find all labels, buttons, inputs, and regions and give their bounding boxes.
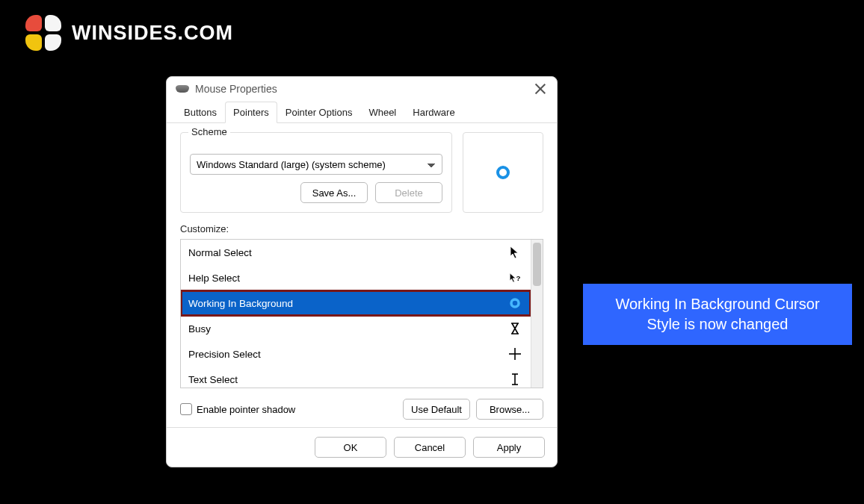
enable-shadow-checkbox[interactable]: Enable pointer shadow (180, 403, 295, 415)
cancel-button[interactable]: Cancel (394, 437, 466, 458)
svg-text:?: ? (516, 274, 521, 282)
cursor-preview (463, 132, 543, 213)
cursor-list-item[interactable]: Busy (181, 316, 531, 341)
dialog-footer: OK Cancel Apply (167, 427, 557, 467)
browse-button[interactable]: Browse... (476, 399, 543, 420)
scheme-legend: Scheme (188, 126, 230, 137)
ring-cursor-icon (496, 166, 510, 179)
cross-icon (507, 347, 523, 361)
checkbox-icon[interactable] (180, 403, 192, 415)
close-icon[interactable] (534, 83, 546, 95)
use-default-button[interactable]: Use Default (403, 399, 470, 420)
hourglass-icon (507, 322, 523, 335)
scheme-group: Scheme Windows Standard (large) (system … (180, 132, 452, 213)
cursor-list-item[interactable]: Precision Select (181, 341, 531, 367)
scheme-select[interactable]: Windows Standard (large) (system scheme) (190, 154, 442, 175)
delete-button[interactable]: Delete (375, 182, 442, 203)
brand-logo: WINSIDES.COM (25, 15, 233, 51)
cursor-list: Normal SelectHelp Select?Working In Back… (180, 239, 543, 388)
tab-hardware[interactable]: Hardware (404, 102, 463, 123)
brand-logo-text: WINSIDES.COM (72, 22, 233, 45)
arrow-icon (507, 246, 523, 259)
scrollbar-thumb[interactable] (533, 243, 541, 286)
customize-label: Customize: (180, 223, 543, 234)
tab-pointer-options[interactable]: Pointer Options (277, 102, 361, 123)
mouse-icon (176, 85, 189, 93)
annotation-callout: Working In Background Cursor Style is no… (583, 284, 852, 345)
brand-logo-icon (25, 15, 61, 51)
cursor-label: Normal Select (188, 247, 252, 258)
tab-pointers[interactable]: Pointers (225, 102, 277, 123)
cursor-list-item[interactable]: Help Select? (181, 265, 531, 290)
tab-strip: Buttons Pointers Pointer Options Wheel H… (167, 101, 557, 123)
callout-line1: Working In Background Cursor (596, 294, 839, 314)
ibeam-icon (507, 373, 523, 386)
save-as-button[interactable]: Save As... (300, 182, 368, 203)
ok-button[interactable]: OK (315, 437, 386, 458)
cursor-label: Working In Background (188, 298, 293, 309)
cursor-list-item[interactable]: Text Select (181, 367, 531, 388)
ring-icon (507, 296, 523, 310)
titlebar[interactable]: Mouse Properties (167, 77, 557, 101)
cursor-list-item[interactable]: Normal Select (181, 240, 531, 265)
tab-wheel[interactable]: Wheel (360, 102, 404, 123)
enable-shadow-label: Enable pointer shadow (197, 404, 295, 415)
arrow-q-icon: ? (507, 271, 523, 284)
mouse-properties-dialog: Mouse Properties Buttons Pointers Pointe… (166, 76, 558, 467)
apply-button[interactable]: Apply (473, 437, 545, 458)
svg-point-1 (511, 299, 519, 307)
scrollbar[interactable] (531, 240, 543, 388)
cursor-list-item[interactable]: Working In Background (181, 290, 531, 316)
cursor-label: Help Select (188, 273, 240, 284)
dialog-title: Mouse Properties (195, 83, 277, 95)
cursor-label: Text Select (188, 374, 238, 385)
callout-line2: Style is now changed (596, 314, 839, 335)
tab-buttons[interactable]: Buttons (176, 102, 225, 123)
cursor-label: Precision Select (188, 349, 261, 360)
cursor-label: Busy (188, 323, 211, 335)
